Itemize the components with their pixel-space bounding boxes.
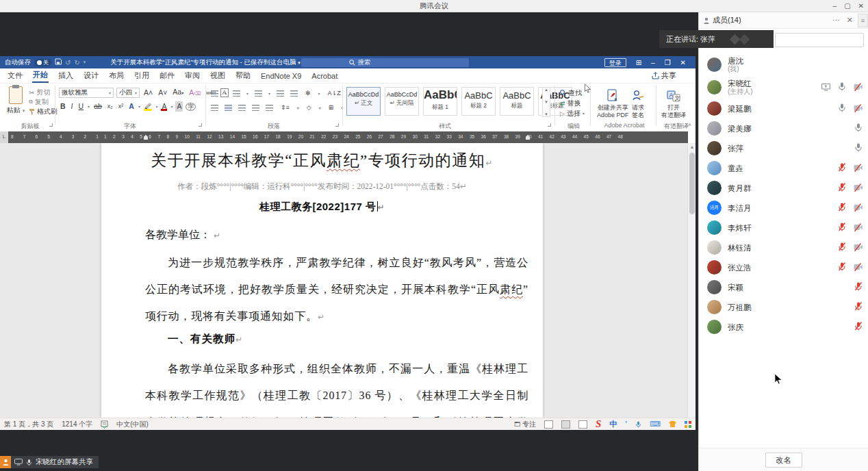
justify-icon[interactable]	[252, 105, 259, 111]
screen-share-badge[interactable]: 宋晓红的屏幕共享	[0, 456, 99, 468]
language-indicator[interactable]: 中文(中国)	[116, 420, 149, 429]
align-left-icon[interactable]	[211, 105, 218, 111]
mic-on-icon[interactable]	[838, 81, 846, 94]
change-case-button[interactable]: Aa▾	[171, 87, 185, 99]
camera-off-icon[interactable]	[854, 162, 863, 175]
word-restore-icon[interactable]: ❐	[665, 59, 671, 66]
tab-视图[interactable]: 视图	[209, 69, 226, 82]
tab-插入[interactable]: 插入	[58, 69, 74, 82]
tab-审阅[interactable]: 审阅	[184, 69, 201, 82]
member-row-张立浩[interactable]: 张立浩	[699, 257, 868, 277]
members-search-input[interactable]	[775, 33, 864, 47]
ribbon-options-icon[interactable]: ⊞	[636, 59, 641, 66]
tab-selector[interactable]: L	[0, 131, 8, 143]
format-painter-button[interactable]: 格式刷	[29, 107, 58, 116]
screen-share-icon[interactable]	[821, 81, 830, 94]
mic-muted-icon[interactable]	[854, 281, 863, 294]
web-layout-icon[interactable]	[578, 420, 587, 429]
shrink-font-button[interactable]: A˅	[157, 88, 168, 98]
font-launcher-icon[interactable]	[199, 123, 202, 127]
replace-button[interactable]: ⇄替换	[560, 98, 585, 108]
page-indicator[interactable]: 第 1 页，共 3 页	[4, 420, 53, 429]
distribute-icon[interactable]	[266, 105, 273, 111]
print-layout-icon[interactable]	[561, 420, 570, 429]
member-row-梁美娜[interactable]: 梁美娜	[699, 118, 868, 138]
style-正文[interactable]: AaBbCcDd↵ 正文	[346, 87, 381, 116]
create-pdf-button[interactable]: 创建并共享Adobe PDF	[597, 89, 629, 119]
share-button[interactable]: 共享	[652, 71, 676, 81]
mic-muted-icon[interactable]	[854, 301, 863, 314]
word-minimize-icon[interactable]: –	[651, 59, 655, 66]
vertical-scrollbar[interactable]: ▲	[687, 143, 695, 418]
request-signature-button[interactable]: 请求签名	[631, 89, 645, 119]
tab-帮助[interactable]: 帮助	[235, 69, 251, 82]
character-shading-icon[interactable]: A	[175, 101, 183, 112]
mic-on-icon[interactable]	[854, 123, 863, 135]
panel-more-icon[interactable]: ···	[832, 16, 840, 25]
font-color-icon[interactable]: A	[160, 102, 168, 111]
style-标题 1[interactable]: AaBbC标题 1	[423, 87, 457, 116]
highlight-color-icon[interactable]: 🖉	[143, 102, 153, 111]
strikethrough-button[interactable]: ab	[92, 101, 103, 112]
document-page[interactable]: 关于开展本科教学“正风肃纪”专项行动的通知↵ 作者：段炼°°°°|°°°°编辑：…	[101, 143, 543, 418]
member-row-唐沈[interactable]: 唐沈(我)	[699, 53, 868, 76]
member-row-李炜轩[interactable]: 李炜轩	[699, 218, 868, 238]
tab-引用[interactable]: 引用	[133, 69, 150, 82]
clipboard-launcher-icon[interactable]	[49, 123, 53, 127]
sogou-skin-icon[interactable]	[669, 421, 676, 427]
mic-on-icon[interactable]	[838, 103, 846, 115]
titlebar-search-input[interactable]: 搜索	[301, 58, 469, 67]
decrease-indent-icon[interactable]	[277, 90, 284, 97]
italic-button[interactable]: I	[70, 101, 75, 112]
word-count[interactable]: 1214 个字	[62, 420, 92, 429]
paragraph-launcher-icon[interactable]	[335, 123, 339, 127]
undo-icon[interactable]: ↺	[65, 59, 71, 66]
member-row-宋晓红[interactable]: 宋晓红(主持人)	[699, 76, 868, 99]
copy-button[interactable]: ⧉复制	[29, 97, 58, 107]
tab-邮件[interactable]: 邮件	[159, 69, 175, 82]
style-无间隔[interactable]: AaBbCcDd↵ 无间隔	[385, 87, 419, 116]
signin-button[interactable]: 登录	[604, 58, 626, 67]
camera-off-icon[interactable]	[854, 202, 863, 214]
bullets-icon[interactable]	[211, 90, 218, 97]
sogou-mic-icon[interactable]	[635, 420, 641, 429]
line-spacing-icon[interactable]: ⇕≡	[279, 103, 291, 113]
redo-icon[interactable]: ↻	[74, 59, 79, 66]
asian-layout-icon[interactable]: ✻	[304, 88, 312, 99]
cut-button[interactable]: ✂剪切	[29, 88, 58, 97]
member-row-李洁月[interactable]: 洁月李洁月	[699, 198, 868, 218]
text-effects-icon[interactable]: A	[127, 102, 136, 111]
tab-开始[interactable]: 开始	[32, 68, 49, 83]
meeting-maximize-icon[interactable]: ▢	[844, 0, 850, 12]
proofing-icon[interactable]	[101, 420, 108, 429]
scroll-up-icon[interactable]: ▲	[688, 143, 696, 151]
sogou-punct-icon[interactable]: ’	[625, 420, 627, 428]
camera-off-icon[interactable]	[854, 103, 863, 115]
superscript-button[interactable]: x²	[117, 101, 125, 112]
align-center-icon[interactable]	[225, 105, 232, 111]
save-icon[interactable]	[55, 58, 62, 66]
member-row-梁延鹏[interactable]: 梁延鹏	[699, 99, 868, 118]
member-row-张萍[interactable]: 张萍	[699, 138, 868, 158]
rename-button[interactable]: 改名	[765, 453, 802, 468]
mic-muted-icon[interactable]	[854, 321, 863, 333]
multilevel-list-icon[interactable]	[255, 90, 262, 97]
focus-mode-button[interactable]: 🗔 专注	[514, 420, 536, 429]
camera-off-icon[interactable]	[854, 262, 863, 274]
sogou-logo-icon[interactable]: S	[596, 418, 601, 430]
sogou-mode-indicator[interactable]: 中	[609, 419, 617, 429]
styles-scroll[interactable]: ▲▼▼	[542, 87, 550, 117]
sogou-toolbox-icon[interactable]	[685, 421, 691, 428]
mic-muted-icon[interactable]	[838, 262, 846, 274]
tab-设计[interactable]: 设计	[83, 69, 99, 82]
find-button[interactable]: 查找	[560, 88, 585, 98]
tab-文件[interactable]: 文件	[7, 69, 23, 82]
font-size-combobox[interactable]: 小四▾	[116, 88, 140, 98]
tab-Acrobat[interactable]: Acrobat	[311, 71, 338, 81]
member-row-林钰清[interactable]: 林钰清	[699, 238, 868, 257]
word-close-icon[interactable]: ✕	[680, 59, 686, 66]
sogou-keyboard-icon[interactable]: ⌨	[650, 420, 661, 429]
mic-on-icon[interactable]	[854, 142, 863, 155]
camera-off-icon[interactable]	[854, 242, 863, 254]
clear-format-icon[interactable]: A⌫	[188, 88, 202, 99]
